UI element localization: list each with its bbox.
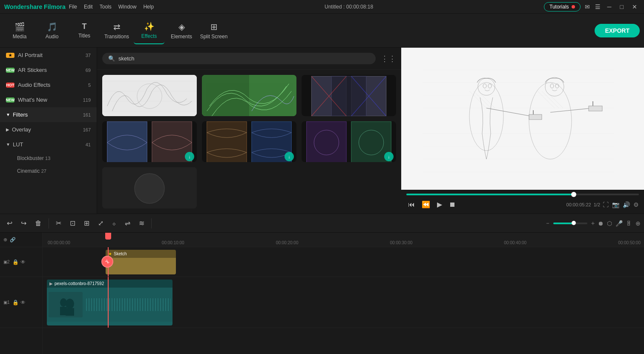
titles-icon: T <box>82 22 87 31</box>
export-button[interactable]: EXPORT <box>595 24 640 37</box>
paris-4-download[interactable]: ↓ <box>384 152 394 161</box>
ruler-mark-5: 00:00:50:00 <box>618 240 641 245</box>
track-2-lock[interactable]: 🔒 <box>12 259 19 265</box>
ai-portrait-count: 37 <box>86 53 91 58</box>
zoom-fit-button[interactable]: ⤢ <box>95 217 107 230</box>
toolbar-transitions[interactable]: ⇄ Transitions <box>101 17 132 44</box>
paris-2-download[interactable]: ↓ <box>185 152 194 161</box>
close-button[interactable]: ✕ <box>630 3 640 11</box>
marker-button[interactable]: ⬦ <box>109 217 120 230</box>
link-icon[interactable]: 🔗 <box>10 237 16 243</box>
track-1-id: ▣1 <box>3 300 10 305</box>
effect-card-paris-3[interactable]: ↓ Paris_Sketchbook_Pack_... <box>202 121 296 163</box>
add-track-button[interactable]: ⊕ <box>3 237 7 243</box>
effect-card-color-sketch[interactable]: Color Sketch <box>202 75 296 116</box>
redo-button[interactable]: ↪ <box>17 217 30 230</box>
grid-view-icon[interactable]: ⋮⋮ <box>381 54 396 63</box>
menu-edit[interactable]: Edit <box>84 4 93 10</box>
sidebar-item-audio-effects[interactable]: HOT Audio Effects 5 <box>0 77 97 92</box>
menu-help[interactable]: Help <box>143 4 154 10</box>
svg-rect-39 <box>589 106 602 111</box>
zoom-out-icon[interactable]: － <box>545 220 551 227</box>
sidebar-item-lut[interactable]: ▼ LUT 41 <box>0 137 97 152</box>
effect-card-paris-1[interactable]: Paris_Sketchbook_Pack_... <box>302 75 396 116</box>
ai-portrait-badge: ★ <box>6 53 14 58</box>
toolbar-audio[interactable]: 🎵 Audio <box>37 17 67 44</box>
delete-button[interactable]: 🗑 <box>32 217 45 230</box>
play-button[interactable]: ▶ <box>435 199 444 210</box>
playhead-line-track1 <box>108 277 109 328</box>
menu-icon[interactable]: ☰ <box>595 3 601 10</box>
sidebar-item-ar-stickers[interactable]: NEW AR Stickers 69 <box>0 63 97 77</box>
ruler-mark-0: 00:00:00:00 <box>48 240 70 245</box>
mic-icon[interactable]: 🎤 <box>615 220 623 227</box>
volume-icon[interactable]: 🔊 <box>623 201 630 208</box>
progress-bar[interactable] <box>406 194 639 195</box>
scissors-icon: ✂ <box>104 258 111 266</box>
sketch-clip[interactable]: ★ Sketch <box>106 250 176 274</box>
preview-icons: ⛶ 📷 🔊 ⚙ <box>603 201 639 208</box>
titlebar-right: Tutorials ✉ ☰ ─ □ ✕ <box>544 2 640 11</box>
mask-icon[interactable]: ⬡ <box>607 220 612 227</box>
elements-label: Elements <box>171 34 192 40</box>
menu-tools[interactable]: Tools <box>100 4 112 10</box>
cut-button[interactable]: ✂ <box>52 217 65 230</box>
controls-row: ⏮ ⏪ ▶ ⏹ 00:00:05:22 1/2 ⛶ 📷 🔊 ⚙ <box>406 199 639 210</box>
sidebar-item-overlay[interactable]: ▶ Overlay 167 <box>0 122 97 137</box>
effect-card-paris-4[interactable]: ↓ Paris_Sketchbook_Pack_... <box>302 121 396 163</box>
maximize-button[interactable]: □ <box>618 3 626 11</box>
toolbar-separator-2 <box>151 218 152 228</box>
stop-button[interactable]: ⏹ <box>447 199 457 210</box>
zoom-in-icon[interactable]: ＋ <box>590 220 596 227</box>
video-clip[interactable]: ▶ pexels-cottonbro-8717592 <box>47 280 172 325</box>
skip-back-button[interactable]: ⏮ <box>406 199 417 210</box>
step-back-button[interactable]: ⏪ <box>420 199 432 210</box>
toolbar-splitscreen[interactable]: ⊞ Split Screen <box>198 17 229 44</box>
sidebar-item-ai-portrait[interactable]: ★ AI Portrait 37 <box>0 48 97 63</box>
fit-screen-icon[interactable]: ⛶ <box>603 201 609 208</box>
zoom-thumb <box>572 221 576 225</box>
track-1-lock[interactable]: 🔒 <box>12 300 19 305</box>
playhead-top-indicator <box>105 233 111 240</box>
tutorials-button[interactable]: Tutorials <box>544 2 581 11</box>
audio-mix-icon[interactable]: 🎚 <box>626 220 632 227</box>
timeline-ruler: 00:00:00:00 00:00:10:00 00:00:20:00 00:0… <box>43 233 644 247</box>
window-controls: ─ □ ✕ <box>605 3 640 11</box>
menu-window[interactable]: Window <box>118 4 137 10</box>
sidebar-item-whats-new[interactable]: NEW What's New 119 <box>0 92 97 107</box>
main-toolbar: 🎬 Media 🎵 Audio T Titles ⇄ Transitions ✨… <box>0 14 644 48</box>
track-2-icons: 🔒 👁 <box>12 259 26 265</box>
snapshot-icon[interactable]: 📷 <box>612 201 619 208</box>
transform-button[interactable]: ⊞ <box>80 217 93 230</box>
record-icon[interactable]: ⏺ <box>598 220 604 227</box>
sidebar-item-blockbuster[interactable]: Blockbuster 13 <box>0 152 97 165</box>
ai-portrait-label: AI Portrait <box>18 52 43 58</box>
sidebar-item-filters[interactable]: ▼ Filters 161 <box>0 107 97 122</box>
sidebar-item-cinematic[interactable]: Cinematic 27 <box>0 165 97 177</box>
search-input[interactable] <box>118 55 370 62</box>
toolbar-titles[interactable]: T Titles <box>69 17 100 44</box>
zoom-track[interactable] <box>553 223 587 224</box>
settings-icon[interactable]: ⚙ <box>633 201 639 208</box>
main-content: ★ AI Portrait 37 NEW AR Stickers 69 HOT … <box>0 48 644 214</box>
effect-card-dark-1[interactable] <box>102 167 197 208</box>
menu-file[interactable]: File <box>69 4 77 10</box>
paris-4-thumb: ↓ <box>302 121 396 163</box>
track-1-eye[interactable]: 👁 <box>20 300 26 305</box>
crop-button[interactable]: ⊡ <box>66 217 79 230</box>
toolbar-media[interactable]: 🎬 Media <box>4 17 35 44</box>
toolbar-elements[interactable]: ◈ Elements <box>166 17 197 44</box>
undo-button[interactable]: ↩ <box>3 217 16 230</box>
paris-3-download[interactable]: ↓ <box>285 152 294 161</box>
effect-card-sketch[interactable]: Sketch <box>102 75 197 116</box>
audio-button[interactable]: ≋ <box>135 217 148 230</box>
split-button[interactable]: ⇌ <box>121 217 134 230</box>
add-track-icon[interactable]: ⊕ <box>635 220 641 227</box>
effect-card-paris-2[interactable]: ↓ Paris_Sketchbook_Pack_... <box>102 121 197 163</box>
splitscreen-label: Split Screen <box>200 34 228 40</box>
mail-icon[interactable]: ✉ <box>585 3 590 10</box>
effects-icon: ✨ <box>144 21 155 31</box>
minimize-button[interactable]: ─ <box>605 3 614 11</box>
track-2-eye[interactable]: 👁 <box>20 259 26 265</box>
toolbar-effects[interactable]: ✨ Effects <box>134 17 164 44</box>
